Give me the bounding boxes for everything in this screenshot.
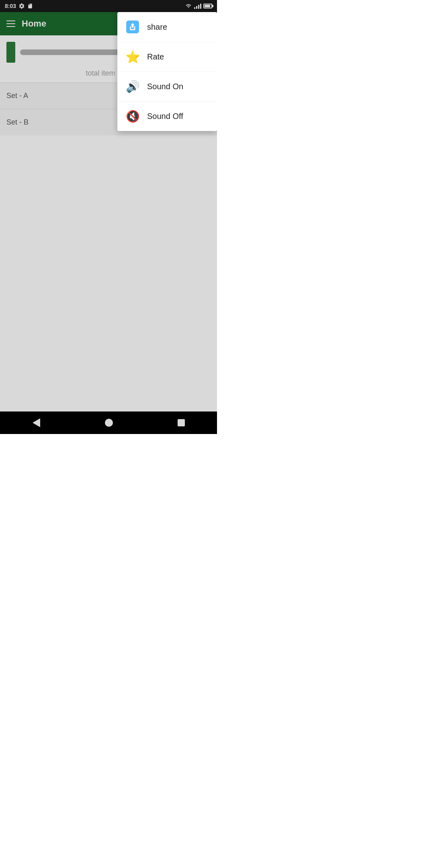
rate-label: Rate	[147, 52, 164, 61]
menu-item-sound-off[interactable]: 🔇 Sound Off	[117, 101, 217, 131]
sound-on-label: Sound On	[147, 82, 183, 91]
star-icon: ⭐	[125, 50, 140, 64]
share-label: share	[147, 23, 167, 32]
menu-item-sound-on[interactable]: 🔊 Sound On	[117, 72, 217, 101]
share-icon	[125, 20, 140, 34]
menu-item-rate[interactable]: ⭐ Rate	[117, 42, 217, 72]
sound-off-label: Sound Off	[147, 112, 183, 121]
sound-off-icon: 🔇	[125, 109, 140, 124]
sound-on-icon: 🔊	[125, 80, 140, 94]
dropdown-menu: share ⭐ Rate 🔊 Sound On 🔇 Sound Off	[117, 12, 217, 131]
menu-item-share[interactable]: share	[117, 12, 217, 42]
